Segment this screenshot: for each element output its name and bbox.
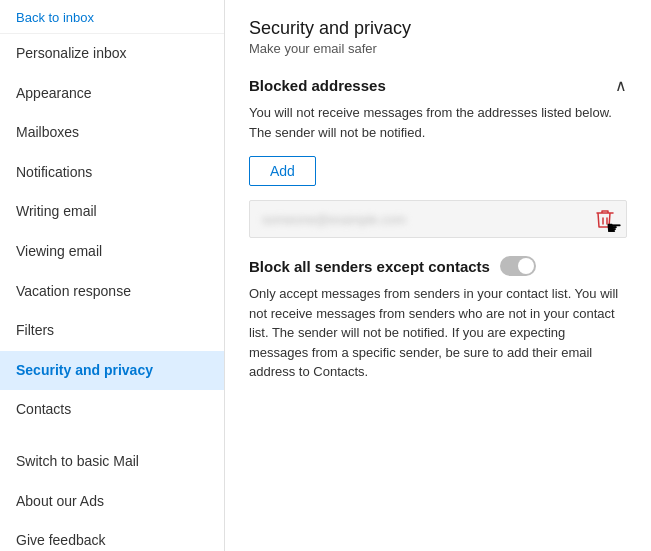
sidebar-item-contacts[interactable]: Contacts — [0, 390, 224, 430]
sidebar-item-personalize[interactable]: Personalize inbox — [0, 34, 224, 74]
page-title: Security and privacy — [249, 18, 627, 39]
delete-blocked-address-wrapper[interactable]: ☛ — [596, 209, 614, 229]
cursor-hand-icon: ☛ — [606, 217, 622, 239]
sidebar-item-give-feedback[interactable]: Give feedback — [0, 521, 224, 551]
page-subtitle: Make your email safer — [249, 41, 627, 56]
blocked-email-value: someone@example.com — [262, 212, 406, 227]
chevron-up-icon[interactable]: ∧ — [615, 76, 627, 95]
back-to-inbox[interactable]: Back to inbox — [0, 0, 224, 34]
sidebar-item-about-ads[interactable]: About our Ads — [0, 482, 224, 522]
sidebar-item-writing-email[interactable]: Writing email — [0, 192, 224, 232]
add-blocked-address-button[interactable]: Add — [249, 156, 316, 186]
blocked-addresses-desc: You will not receive messages from the a… — [249, 103, 627, 142]
block-all-section: Block all senders except contacts Only a… — [249, 256, 627, 382]
sidebar-item-appearance[interactable]: Appearance — [0, 74, 224, 114]
sidebar-item-mailboxes[interactable]: Mailboxes — [0, 113, 224, 153]
blocked-address-row: someone@example.com ☛ — [249, 200, 627, 238]
main-content: Security and privacy Make your email saf… — [225, 0, 651, 551]
blocked-addresses-header: Blocked addresses ∧ — [249, 76, 627, 95]
sidebar-item-switch-basic[interactable]: Switch to basic Mail — [0, 442, 224, 482]
block-all-header: Block all senders except contacts — [249, 256, 627, 276]
sidebar: Back to inbox Personalize inbox Appearan… — [0, 0, 225, 551]
sidebar-item-security-privacy[interactable]: Security and privacy — [0, 351, 224, 391]
blocked-addresses-title: Blocked addresses — [249, 77, 386, 94]
block-all-title: Block all senders except contacts — [249, 258, 490, 275]
sidebar-item-notifications[interactable]: Notifications — [0, 153, 224, 193]
sidebar-item-filters[interactable]: Filters — [0, 311, 224, 351]
sidebar-footer: Switch to basic Mail About our Ads Give … — [0, 442, 224, 551]
block-all-desc: Only accept messages from senders in you… — [249, 284, 627, 382]
sidebar-item-viewing-email[interactable]: Viewing email — [0, 232, 224, 272]
block-all-toggle[interactable] — [500, 256, 536, 276]
sidebar-item-vacation-response[interactable]: Vacation response — [0, 272, 224, 312]
